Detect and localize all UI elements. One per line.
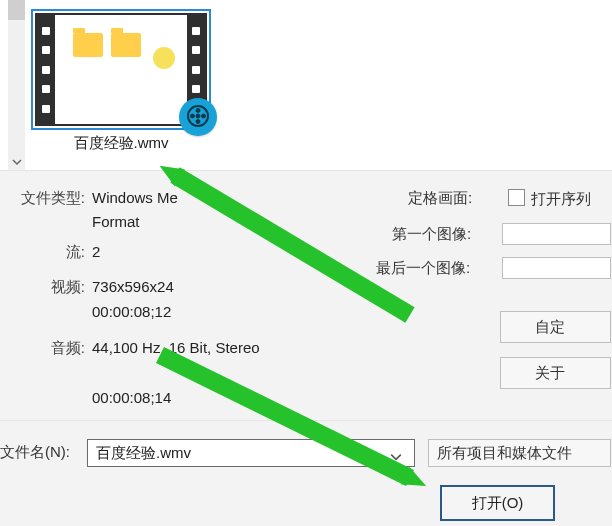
open-button[interactable]: 打开(O) (440, 485, 555, 521)
label-file-type: 文件类型: (0, 189, 85, 208)
label-first-image: 第一个图像: (392, 225, 471, 244)
chevron-down-icon[interactable] (390, 445, 406, 461)
svg-point-4 (191, 114, 195, 118)
value-streams: 2 (92, 243, 292, 260)
svg-point-3 (196, 119, 200, 123)
play-badge-icon (179, 98, 217, 136)
filename-input[interactable]: 百度经验.wmv (87, 439, 415, 467)
scrollbar-arrow-down-icon[interactable] (8, 153, 25, 170)
label-video: 视频: (0, 278, 85, 297)
label-audio: 音频: (0, 339, 85, 358)
svg-point-5 (196, 114, 200, 118)
svg-point-2 (202, 114, 206, 118)
label-freeze-frame: 定格画面: (408, 189, 472, 208)
input-last-image[interactable] (502, 257, 611, 279)
checkbox-open-sequence[interactable]: 打开序列 (508, 189, 591, 209)
custom-button[interactable]: 自定 (500, 311, 611, 343)
scrollbar-vertical[interactable] (8, 0, 25, 170)
scrollbar-thumb[interactable] (8, 0, 25, 20)
filetype-select[interactable]: 所有项目和媒体文件 (428, 439, 611, 467)
file-label: 百度经验.wmv (35, 134, 207, 153)
svg-point-1 (196, 108, 200, 112)
value-video-duration: 00:00:08;12 (92, 303, 292, 320)
about-button[interactable]: 关于 (500, 357, 611, 389)
file-item-selected[interactable]: 百度经验.wmv (35, 13, 207, 153)
value-file-type-line2: Format (92, 213, 292, 230)
value-file-type-line1: Windows Me (92, 189, 292, 206)
input-first-image[interactable] (502, 223, 611, 245)
film-frame-icon (35, 13, 207, 126)
value-audio: 44,100 Hz, 16 Bit, Stereo (92, 339, 332, 356)
checkbox-icon[interactable] (508, 189, 525, 206)
label-streams: 流: (0, 243, 85, 262)
label-open-sequence: 打开序列 (531, 190, 591, 207)
file-list-area: 百度经验.wmv (0, 0, 612, 170)
label-filename: 文件名(N): (0, 443, 70, 462)
value-audio-duration: 00:00:08;14 (92, 389, 292, 406)
bottom-bar: 文件名(N): 百度经验.wmv 所有项目和媒体文件 打开(O) (0, 420, 612, 526)
value-video: 736x596x24 (92, 278, 292, 295)
info-panel: 文件类型: Windows Me Format 流: 2 视频: 736x596… (0, 170, 612, 420)
filename-value: 百度经验.wmv (96, 440, 191, 466)
file-thumbnail[interactable] (35, 13, 207, 126)
root: 百度经验.wmv 文件类型: Windows Me Format 流: 2 视频… (0, 0, 612, 526)
label-last-image: 最后一个图像: (376, 259, 470, 278)
